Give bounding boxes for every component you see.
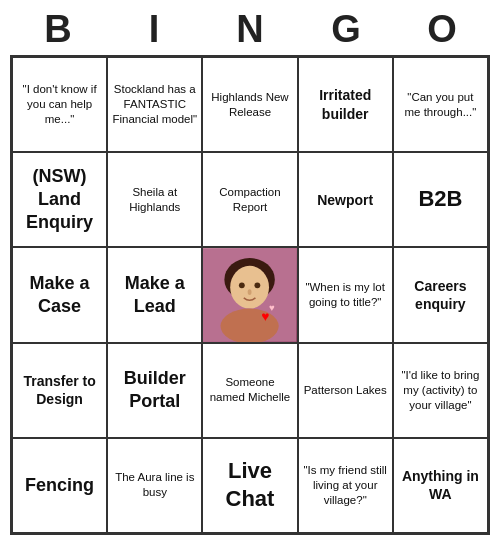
cell-r1c2[interactable]: Compaction Report — [202, 152, 297, 247]
cell-r3c2[interactable]: Someone named Michelle — [202, 343, 297, 438]
cell-r4c1[interactable]: The Aura line is busy — [107, 438, 202, 533]
bingo-grid: "I don't know if you can help me..." Sto… — [10, 55, 490, 535]
cell-r0c3[interactable]: Irritated builder — [298, 57, 393, 152]
letter-i: I — [110, 8, 198, 51]
profile-photo: ♥ ♥ — [203, 248, 296, 341]
letter-n: N — [206, 8, 294, 51]
cell-r2c4[interactable]: Careers enquiry — [393, 247, 488, 342]
cell-r1c1[interactable]: Sheila at Highlands — [107, 152, 202, 247]
svg-point-3 — [239, 282, 245, 288]
cell-r3c1[interactable]: Builder Portal — [107, 343, 202, 438]
svg-point-2 — [231, 266, 270, 309]
letter-g: G — [302, 8, 390, 51]
cell-r4c4[interactable]: Anything in WA — [393, 438, 488, 533]
cell-r3c0[interactable]: Transfer to Design — [12, 343, 107, 438]
cell-r1c4[interactable]: B2B — [393, 152, 488, 247]
cell-r0c4[interactable]: "Can you put me through..." — [393, 57, 488, 152]
svg-point-5 — [248, 289, 252, 295]
cell-r4c0[interactable]: Fencing — [12, 438, 107, 533]
bingo-header: B I N G O — [10, 0, 490, 55]
cell-r2c3[interactable]: "When is my lot going to title?" — [298, 247, 393, 342]
cell-r4c2[interactable]: Live Chat — [202, 438, 297, 533]
cell-r0c0[interactable]: "I don't know if you can help me..." — [12, 57, 107, 152]
cell-r2c2-photo[interactable]: ♥ ♥ — [202, 247, 297, 342]
svg-point-6 — [221, 309, 279, 343]
cell-r2c1[interactable]: Make a Lead — [107, 247, 202, 342]
cell-r0c1[interactable]: Stockland has a FANTASTIC Financial mode… — [107, 57, 202, 152]
cell-r0c2[interactable]: Highlands New Release — [202, 57, 297, 152]
cell-r4c3[interactable]: "Is my friend still living at your villa… — [298, 438, 393, 533]
svg-point-4 — [255, 282, 261, 288]
svg-text:♥: ♥ — [269, 303, 275, 314]
cell-r3c3[interactable]: Patterson Lakes — [298, 343, 393, 438]
cell-r2c0[interactable]: Make a Case — [12, 247, 107, 342]
cell-r1c3[interactable]: Newport — [298, 152, 393, 247]
cell-r3c4[interactable]: "I'd like to bring my (activity) to your… — [393, 343, 488, 438]
cell-r1c0[interactable]: (NSW) Land Enquiry — [12, 152, 107, 247]
letter-b: B — [14, 8, 102, 51]
letter-o: O — [398, 8, 486, 51]
